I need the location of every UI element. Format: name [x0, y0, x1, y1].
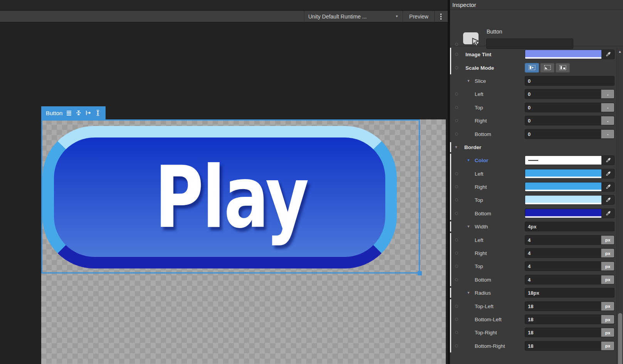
property-control: 0-	[525, 89, 615, 99]
selected-element-tab[interactable]: Button	[41, 106, 106, 119]
binding-indicator[interactable]	[455, 66, 458, 69]
value-field[interactable]: 18px	[525, 301, 615, 311]
binding-indicator[interactable]	[455, 212, 458, 215]
unit-button[interactable]: px	[601, 249, 614, 258]
scale-mode-stretch-button[interactable]	[525, 63, 539, 72]
foldout-arrow-icon[interactable]: ▼	[466, 291, 471, 295]
value-field[interactable]: 0-	[525, 116, 615, 126]
override-indicator	[450, 288, 451, 298]
field-value: 18	[525, 303, 601, 309]
preview-button[interactable]: Preview	[404, 11, 434, 22]
value-field[interactable]: 0-	[525, 129, 615, 139]
value-field[interactable]: 4px	[525, 235, 615, 245]
unit-button[interactable]: px	[601, 235, 614, 244]
value-field[interactable]: 18px	[525, 288, 615, 298]
value-field[interactable]: 18px	[525, 341, 615, 351]
align-lines-icon[interactable]	[66, 110, 72, 116]
eyedropper-button[interactable]	[601, 196, 614, 205]
value-field[interactable]: 18px	[525, 328, 615, 337]
theme-dropdown[interactable]: Unity Default Runtime ... ▼	[304, 11, 402, 22]
unit-button[interactable]: px	[601, 328, 614, 337]
unit-button[interactable]: px	[601, 315, 614, 324]
resize-handle[interactable]	[418, 271, 422, 275]
binding-indicator[interactable]	[455, 198, 458, 201]
unit-button[interactable]: -	[601, 129, 614, 138]
unit-button[interactable]: px	[601, 275, 614, 284]
collapse-vertical-icon[interactable]	[76, 110, 82, 116]
unit-button[interactable]: -	[601, 90, 614, 99]
color-field[interactable]	[525, 208, 615, 218]
unit-button[interactable]: -	[601, 116, 614, 125]
color-swatch[interactable]	[525, 169, 601, 178]
binding-indicator[interactable]	[455, 278, 458, 281]
ui-builder-window: Unity Default Runtime ... ▼ Preview Play…	[0, 0, 623, 364]
binding-indicator[interactable]	[455, 185, 458, 188]
color-swatch[interactable]	[525, 50, 601, 59]
binding-indicator[interactable]	[455, 106, 458, 109]
inspector-scrollbar[interactable]: ▲	[616, 48, 623, 364]
binding-indicator[interactable]	[455, 133, 458, 136]
property-control: 18px	[525, 288, 615, 298]
value-field[interactable]: 0-	[525, 102, 615, 112]
eyedropper-button[interactable]	[601, 209, 614, 218]
eyedropper-button[interactable]	[601, 50, 614, 59]
binding-indicator[interactable]	[455, 53, 458, 56]
binding-indicator[interactable]	[455, 265, 458, 268]
eyedropper-button[interactable]	[601, 169, 614, 178]
color-swatch[interactable]	[525, 156, 601, 165]
value-field[interactable]: 4px	[525, 248, 615, 258]
color-swatch[interactable]	[525, 209, 601, 218]
binding-indicator[interactable]	[455, 331, 458, 334]
color-swatch[interactable]	[525, 196, 601, 205]
field-value: 0	[525, 118, 601, 124]
eyedropper-button[interactable]	[601, 156, 614, 165]
element-name-input[interactable]	[486, 39, 573, 49]
scale-mode-fit-button[interactable]	[556, 63, 570, 72]
color-field[interactable]	[525, 156, 615, 165]
value-field[interactable]: 0	[525, 76, 615, 86]
value-field[interactable]: 0-	[525, 89, 615, 99]
binding-indicator[interactable]	[455, 305, 458, 308]
kebab-menu-icon[interactable]	[435, 11, 447, 22]
selected-element-label: Button	[46, 110, 62, 116]
color-field[interactable]	[525, 50, 615, 59]
override-indicator	[450, 193, 451, 206]
value-field[interactable]: 4px	[525, 262, 615, 271]
binding-indicator[interactable]	[455, 344, 458, 347]
binding-indicator[interactable]	[455, 172, 458, 175]
binding-indicator[interactable]	[455, 43, 458, 46]
unit-button[interactable]: -	[601, 103, 614, 112]
scrollbar-thumb[interactable]	[618, 313, 622, 364]
scrollbar-up-arrow-icon[interactable]: ▲	[617, 49, 623, 55]
unit-button[interactable]: px	[601, 262, 614, 271]
scale-mode-crop-button[interactable]	[540, 63, 554, 72]
unit-button[interactable]: px	[601, 302, 614, 310]
foldout-arrow-icon[interactable]: ▼	[466, 225, 471, 228]
chevron-down-icon: ▼	[395, 15, 398, 18]
binding-indicator[interactable]	[455, 92, 458, 96]
color-field[interactable]	[525, 169, 615, 178]
binding-indicator[interactable]	[455, 318, 458, 321]
foldout-arrow-icon[interactable]: ▼	[466, 158, 471, 162]
binding-indicator[interactable]	[455, 238, 458, 242]
inspector-row: Right4px	[450, 247, 623, 260]
color-field[interactable]	[525, 182, 615, 192]
unit-button[interactable]: px	[601, 341, 614, 350]
value-field[interactable]: 4px	[525, 222, 615, 231]
override-indicator	[450, 154, 451, 167]
value-field[interactable]: 4px	[525, 275, 615, 284]
foldout-arrow-icon[interactable]: ▼	[466, 79, 471, 83]
binding-indicator[interactable]	[455, 119, 458, 122]
color-swatch[interactable]	[525, 183, 601, 191]
bar-arrow-right-icon[interactable]	[85, 110, 91, 116]
color-field[interactable]	[525, 195, 615, 205]
binding-indicator[interactable]	[455, 252, 458, 255]
vertical-arrows-icon[interactable]	[95, 110, 101, 116]
foldout-arrow-icon[interactable]: ▼	[454, 145, 458, 149]
property-label: Top	[475, 197, 483, 203]
inspector-row: ▼Border	[450, 141, 623, 154]
value-field[interactable]: 18px	[525, 315, 615, 324]
eyedropper-button[interactable]	[601, 183, 614, 191]
inspector-row: Top0-	[450, 101, 623, 114]
property-control	[525, 195, 615, 205]
